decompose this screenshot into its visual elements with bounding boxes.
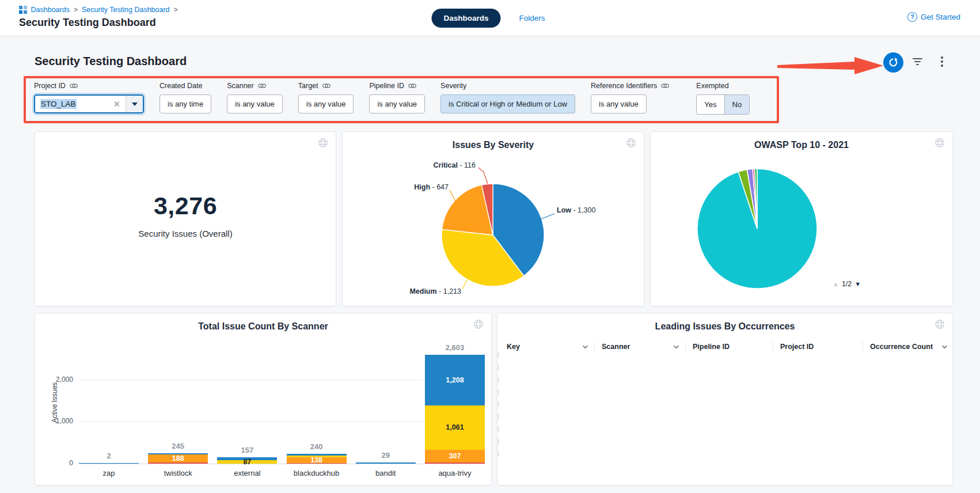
bar-stack: 87 bbox=[217, 457, 277, 464]
card-owasp-top-10: OWASP Top 10 - 2021 ▲ 1/2 ▼ bbox=[650, 131, 953, 306]
filter-label: Exempted bbox=[696, 82, 728, 90]
bar-bandit[interactable]: 29bandit bbox=[356, 340, 416, 464]
page-title: Security Testing Dashboard bbox=[19, 17, 156, 29]
filter-bar: Project IDSTO_LAB✕Created Dateis any tim… bbox=[34, 81, 750, 115]
globe-icon bbox=[935, 319, 945, 329]
bar-stack: 3071,0611,208 bbox=[425, 355, 485, 464]
bar-blackduckhub[interactable]: 138240blackduckhub bbox=[287, 340, 347, 464]
get-started-link[interactable]: ? Get Started bbox=[907, 12, 960, 22]
breadcrumb-separator: > bbox=[74, 6, 78, 14]
segment-critical bbox=[148, 462, 208, 464]
refresh-button[interactable] bbox=[883, 52, 903, 73]
occurrences-table-title: Leading Issues By Occurrences bbox=[497, 321, 952, 332]
created-date-filter-button[interactable]: is any time bbox=[159, 94, 211, 113]
filter-label-row: Pipeline ID bbox=[369, 81, 425, 90]
x-axis-label-blackduckhub: blackduckhub bbox=[287, 469, 347, 477]
sort-chevron-icon[interactable] bbox=[941, 345, 948, 349]
sort-chevron-icon[interactable] bbox=[582, 345, 588, 349]
column-label: Occurrence Count bbox=[870, 343, 933, 351]
severity-filter-button[interactable]: is Critical or High or Medium or Low bbox=[440, 94, 575, 113]
reference-identifiers-filter-button[interactable]: is any value bbox=[591, 94, 647, 113]
owasp-pie-chart[interactable] bbox=[651, 132, 952, 306]
bar-external[interactable]: 87157external bbox=[217, 340, 277, 464]
filter-label-row: Exempted bbox=[696, 81, 750, 90]
owasp-pager: ▲ 1/2 ▼ bbox=[833, 280, 861, 288]
more-options-icon[interactable] bbox=[940, 56, 944, 69]
bar-total-label: 2 bbox=[79, 452, 139, 460]
bar-total-label: 157 bbox=[217, 446, 277, 454]
top-bar: Dashboards > Security Testing Dashboard … bbox=[0, 0, 980, 36]
segment-low bbox=[79, 463, 139, 464]
column-label: Scanner bbox=[602, 343, 630, 351]
filter-scanner: Scanneris any value bbox=[227, 81, 283, 115]
scanner-bar-chart[interactable]: 2zap188245twistlock87157external138240bl… bbox=[79, 340, 485, 464]
toggle-option-yes[interactable]: Yes bbox=[697, 95, 724, 114]
column-header-scanner[interactable]: Scanner bbox=[594, 342, 685, 352]
dropdown-caret[interactable] bbox=[126, 96, 143, 112]
clipped-row-edge bbox=[497, 439, 499, 445]
clipped-row-edge bbox=[497, 365, 499, 370]
filter-label-row: Project ID bbox=[34, 81, 144, 90]
filter-severity: Severityis Critical or High or Medium or… bbox=[440, 81, 575, 115]
tab-dashboards[interactable]: Dashboards bbox=[431, 9, 500, 28]
filter-label: Created Date bbox=[159, 82, 202, 90]
pager-up-icon[interactable]: ▲ bbox=[833, 280, 839, 287]
y-tick-2000: 2,000 bbox=[35, 376, 73, 384]
segment-critical bbox=[425, 462, 485, 464]
card-security-issues-overall: 3,276 Security Issues (Overall) bbox=[35, 131, 336, 306]
filter-label-row: Scanner bbox=[227, 81, 283, 90]
link-icon bbox=[322, 83, 331, 89]
bar-total-label: 29 bbox=[356, 451, 416, 460]
dashboards-grid-icon bbox=[19, 6, 27, 14]
filter-label: Severity bbox=[440, 82, 466, 90]
pie-label-low: Low - 1,300 bbox=[557, 206, 595, 214]
clipped-row-edge bbox=[497, 426, 499, 432]
x-axis-label-external: external bbox=[217, 469, 277, 477]
tab-folders[interactable]: Folders bbox=[516, 13, 549, 23]
issues-by-severity-pie-chart[interactable]: Low - 1,300Medium - 1,213High - 647Criti… bbox=[343, 132, 644, 306]
pipeline-id-filter-button[interactable]: is any value bbox=[369, 94, 425, 113]
x-axis-label-twistlock: twistlock bbox=[148, 469, 208, 477]
bars-row: 2zap188245twistlock87157external138240bl… bbox=[79, 340, 485, 464]
globe-icon bbox=[935, 319, 945, 329]
pager-down-icon[interactable]: ▼ bbox=[854, 280, 861, 287]
pager-text: 1/2 bbox=[842, 280, 852, 288]
y-tick-1000: 1,000 bbox=[35, 417, 73, 425]
column-label: Project ID bbox=[780, 343, 814, 351]
bar-stack: 188 bbox=[148, 453, 208, 464]
card-total-issue-count-by-scanner: Total Issue Count By Scanner Active Issu… bbox=[35, 313, 492, 486]
segment-medium: 87 bbox=[217, 460, 277, 464]
column-header-key[interactable]: Key bbox=[507, 342, 594, 352]
breadcrumb-dashboards[interactable]: Dashboards bbox=[31, 6, 70, 14]
bar-stack bbox=[356, 462, 416, 464]
bar-zap[interactable]: 2zap bbox=[79, 340, 139, 464]
toggle-option-no[interactable]: No bbox=[724, 95, 750, 114]
sort-chevron-icon[interactable] bbox=[673, 345, 679, 349]
dashboard-title: Security Testing Dashboard bbox=[35, 55, 187, 68]
clear-icon[interactable]: ✕ bbox=[108, 99, 126, 109]
target-filter-button[interactable]: is any value bbox=[298, 94, 354, 113]
filter-reference-identifiers: Reference Identifiersis any value bbox=[591, 81, 669, 115]
bar-twistlock[interactable]: 188245twistlock bbox=[148, 340, 208, 464]
combobox-value: STO_LAB bbox=[40, 99, 77, 109]
bar-total-label: 245 bbox=[148, 442, 208, 450]
column-label: Key bbox=[507, 343, 520, 351]
filter-label-row: Severity bbox=[440, 81, 575, 90]
get-started-label: Get Started bbox=[921, 13, 960, 21]
x-axis-label-zap: zap bbox=[79, 469, 139, 477]
bar-aqua-trivy[interactable]: 3071,0611,2082,603aqua-trivy bbox=[425, 340, 485, 464]
segment-high: 307 bbox=[425, 450, 485, 462]
link-icon bbox=[258, 83, 266, 89]
column-header-occurrence-count[interactable]: Occurrence Count bbox=[863, 342, 948, 352]
filter-label-row: Created Date bbox=[159, 81, 211, 90]
project-id-combobox[interactable]: STO_LAB✕ bbox=[34, 94, 144, 113]
filter-created-date: Created Dateis any time bbox=[159, 81, 211, 115]
column-header-project-id: Project ID bbox=[773, 342, 863, 352]
breadcrumb-current-dashboard[interactable]: Security Testing Dashboard bbox=[82, 6, 170, 14]
dashboard-filter-icon[interactable] bbox=[911, 58, 923, 66]
filter-label: Project ID bbox=[34, 82, 66, 90]
scanner-filter-button[interactable]: is any value bbox=[227, 94, 283, 113]
filter-label: Target bbox=[298, 82, 318, 90]
clipped-row-edge bbox=[497, 451, 499, 457]
globe-icon bbox=[318, 138, 328, 148]
